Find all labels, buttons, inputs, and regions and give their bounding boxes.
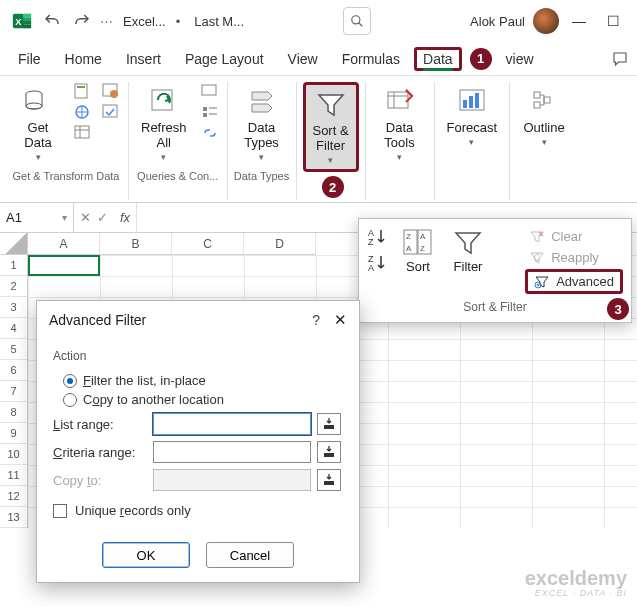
tab-insert[interactable]: Insert [116, 47, 171, 71]
sort-dialog-button[interactable]: ZAAZ Sort [397, 227, 439, 276]
advanced-filter-button[interactable]: Advanced [525, 269, 623, 294]
reapply-filter-button: Reapply [525, 248, 623, 267]
radio-filter-inplace[interactable]: FFilter the list, in-placeilter the list… [63, 373, 343, 388]
data-types-button[interactable]: Data Types ▾ [234, 82, 290, 166]
radio-copy-location[interactable]: Copy to another location [63, 392, 343, 407]
svg-rect-3 [23, 17, 31, 21]
svg-rect-25 [469, 96, 473, 108]
undo-icon[interactable] [40, 9, 64, 33]
edit-links-icon[interactable] [199, 124, 221, 142]
svg-text:Z: Z [406, 232, 411, 241]
row-head[interactable]: 7 [0, 381, 27, 402]
svg-rect-41 [324, 425, 334, 429]
chevron-down-icon: ▾ [469, 137, 474, 147]
sort-filter-button[interactable]: Sort & Filter ▾ [303, 82, 359, 172]
outline-button[interactable]: Outline ▾ [516, 82, 572, 151]
clear-filter-button: Clear [525, 227, 623, 246]
tab-page-layout[interactable]: Page Layout [175, 47, 274, 71]
criteria-range-picker[interactable] [317, 441, 341, 463]
row-head[interactable]: 9 [0, 423, 27, 444]
svg-text:Z: Z [368, 237, 374, 247]
qat-overflow[interactable]: ⋯ [100, 14, 113, 29]
maximize-button[interactable]: ☐ [599, 13, 627, 29]
refresh-all-button[interactable]: Refresh All ▾ [135, 82, 193, 166]
list-range-picker[interactable] [317, 413, 341, 435]
row-head[interactable]: 2 [0, 276, 27, 297]
row-head[interactable]: 3 [0, 297, 27, 318]
group-label-data-types: Data Types [234, 168, 289, 184]
cancel-button[interactable]: Cancel [206, 542, 294, 568]
comments-icon[interactable] [611, 50, 629, 68]
redo-icon[interactable] [70, 9, 94, 33]
search-button[interactable] [343, 7, 371, 35]
avatar[interactable] [533, 8, 559, 34]
svg-text:A: A [420, 232, 426, 241]
sort-desc-icon[interactable]: ZA [367, 253, 389, 273]
properties-icon[interactable] [199, 103, 221, 121]
tab-view[interactable]: View [278, 47, 328, 71]
group-label-get-transform: Get & Transform Data [13, 168, 120, 184]
svg-rect-27 [534, 92, 540, 98]
tab-file[interactable]: File [8, 47, 51, 71]
queries-icon[interactable] [199, 82, 221, 100]
filter-button[interactable]: Filter [447, 227, 489, 276]
ok-button[interactable]: OK [102, 542, 190, 568]
get-data-button[interactable]: Get Data ▾ [10, 82, 66, 166]
recent-sources-icon[interactable] [100, 82, 122, 100]
select-all-corner[interactable] [0, 233, 28, 255]
cancel-formula-icon[interactable]: ✕ [80, 210, 91, 225]
action-section-label: Action [53, 349, 343, 363]
data-types-label: Data Types [244, 120, 279, 150]
tab-formulas[interactable]: Formulas [332, 47, 410, 71]
name-box-value: A1 [6, 210, 22, 225]
from-web-icon[interactable] [72, 103, 94, 121]
existing-conn-icon[interactable] [100, 103, 122, 121]
svg-rect-12 [75, 126, 89, 138]
unique-records-checkbox[interactable]: Unique records only [53, 503, 343, 518]
row-head[interactable]: 10 [0, 444, 27, 465]
row-head[interactable]: 5 [0, 339, 27, 360]
copy-to-input [153, 469, 311, 491]
last-modified: Last M... [194, 14, 244, 29]
callout-2: 2 [322, 176, 344, 198]
close-button[interactable]: ✕ [334, 311, 347, 329]
dialog-title: Advanced Filter [49, 312, 146, 328]
fx-label[interactable]: fx [114, 210, 136, 225]
forecast-button[interactable]: Forecast ▾ [441, 82, 504, 151]
minimize-button[interactable]: — [565, 13, 593, 29]
col-head[interactable]: B [100, 233, 172, 255]
name-box[interactable]: A1 ▾ [0, 203, 74, 232]
row-head[interactable]: 13 [0, 507, 27, 528]
chevron-down-icon: ▾ [36, 152, 41, 162]
row-head[interactable]: 1 [0, 255, 27, 276]
sort-asc-icon[interactable]: AZ [367, 227, 389, 247]
svg-point-14 [110, 90, 118, 98]
row-head[interactable]: 6 [0, 360, 27, 381]
enter-formula-icon[interactable]: ✓ [97, 210, 108, 225]
tab-review[interactable]: view [496, 47, 544, 71]
tab-data[interactable]: Data [414, 47, 462, 71]
data-tools-button[interactable]: Data Tools ▾ [372, 82, 428, 166]
sort-filter-flyout: AZ ZA ZAAZ Sort Filter Clear Reapply Adv… [358, 218, 632, 323]
chevron-down-icon[interactable]: ▾ [62, 212, 67, 223]
active-cell[interactable] [28, 255, 100, 276]
from-text-icon[interactable] [72, 82, 94, 100]
list-range-label: List range: [53, 417, 147, 432]
row-head[interactable]: 12 [0, 486, 27, 507]
col-head[interactable]: C [172, 233, 244, 255]
clear-label: Clear [551, 229, 582, 244]
tab-home[interactable]: Home [55, 47, 112, 71]
list-range-input[interactable] [153, 413, 311, 435]
copy-to-picker[interactable] [317, 469, 341, 491]
app-icon: X [10, 9, 34, 33]
chevron-down-icon: ▾ [397, 152, 402, 162]
from-table-icon[interactable] [72, 124, 94, 142]
col-head[interactable]: D [244, 233, 316, 255]
help-button[interactable]: ? [312, 312, 320, 328]
col-head[interactable]: A [28, 233, 100, 255]
criteria-range-input[interactable] [153, 441, 311, 463]
svg-rect-28 [534, 102, 540, 108]
row-head[interactable]: 8 [0, 402, 27, 423]
row-head[interactable]: 11 [0, 465, 27, 486]
row-head[interactable]: 4 [0, 318, 27, 339]
